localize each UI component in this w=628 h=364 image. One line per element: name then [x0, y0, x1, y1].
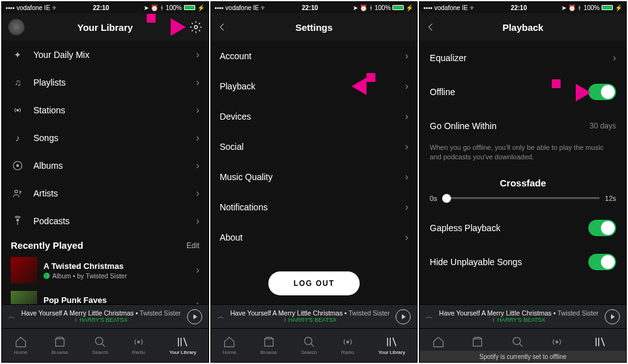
bluetooth-icon: ᚼ: [74, 317, 77, 324]
offline-toggle[interactable]: [588, 84, 616, 100]
np-device: HARRY'S BEATSX: [288, 317, 336, 324]
row-playlists[interactable]: ♫Playlists›: [2, 69, 208, 96]
row-notifications[interactable]: Notifications›: [211, 192, 418, 222]
row-stations[interactable]: Stations›: [2, 96, 208, 124]
annotation-arrow: [576, 84, 591, 101]
play-button[interactable]: [605, 309, 620, 324]
tab-radio[interactable]: Radio: [341, 336, 354, 355]
annotation-arrow: [171, 18, 186, 36]
status-bar: ▪▪▪▪vodafone IEᯤ 22:10 ➤⏰ᚼ100%⚡: [211, 2, 418, 13]
setting-label: Go Online Within: [430, 121, 590, 131]
recent-item[interactable]: A Twisted ChristmasAlbum • by Twisted Si…: [2, 253, 208, 287]
gapless-toggle[interactable]: [588, 220, 616, 236]
chevron-up-icon[interactable]: ︿: [426, 312, 433, 321]
hide-unplayable-toggle[interactable]: [588, 254, 616, 270]
now-playing-bar[interactable]: ︿Have Yourself A Merry Little Christmas …: [2, 304, 208, 328]
bluetooth-icon: ᚼ: [369, 4, 373, 11]
chevron-right-icon: ›: [401, 141, 408, 152]
row-social[interactable]: Social›: [211, 132, 418, 162]
bluetooth-icon: ᚼ: [160, 4, 164, 11]
row-equalizer[interactable]: Equalizer›: [420, 41, 626, 75]
page-title: Settings: [295, 22, 333, 33]
library-content[interactable]: ✦Your Daily Mix› ♫Playlists› Stations› ♪…: [2, 41, 208, 304]
tab-label: Browse: [51, 350, 68, 355]
tab-label: Your Library: [378, 350, 405, 355]
tab-home[interactable]: Home: [14, 336, 27, 355]
tab-browse[interactable]: Browse: [260, 336, 277, 355]
row-account[interactable]: Account›: [211, 41, 418, 71]
signal-icon: ▪▪▪▪: [6, 4, 14, 11]
row-label: Playlists: [33, 77, 192, 88]
playback-content[interactable]: Equalizer› Offline Go Online Within30 da…: [420, 41, 626, 304]
tab-radio[interactable]: Radio: [132, 336, 146, 355]
chevron-up-icon[interactable]: ︿: [8, 312, 15, 321]
row-go-online[interactable]: Go Online Within30 days: [420, 109, 626, 143]
row-podcasts[interactable]: Podcasts›: [2, 207, 208, 235]
row-gapless: Gapless Playback: [420, 211, 626, 245]
radio-icon: [341, 336, 354, 348]
edit-button[interactable]: Edit: [186, 241, 200, 250]
row-daily-mix[interactable]: ✦Your Daily Mix›: [2, 41, 208, 69]
play-button[interactable]: [396, 309, 411, 324]
row-songs[interactable]: ♪Songs›: [2, 124, 208, 152]
row-music-quality[interactable]: Music Quality›: [211, 162, 418, 192]
media-title: A Twisted Christmas: [43, 261, 186, 271]
settings-content[interactable]: Account› Playback› Devices› Social› Musi…: [211, 41, 418, 304]
search-icon: [94, 336, 106, 348]
back-button[interactable]: [217, 22, 227, 32]
chevron-right-icon: ›: [401, 81, 408, 92]
location-icon: ➤: [353, 4, 358, 11]
carrier-label: vodafone IE: [16, 4, 50, 11]
now-playing-bar[interactable]: ︿Have Yourself A Merry Little Christmas …: [420, 304, 626, 328]
row-devices[interactable]: Devices›: [211, 101, 418, 132]
crossfade-slider[interactable]: [442, 197, 600, 199]
tab-label: Radio: [341, 350, 354, 355]
tab-library[interactable]: Your Library: [169, 336, 197, 355]
tab-browse[interactable]: Browse: [51, 336, 68, 355]
row-about[interactable]: About›: [211, 222, 418, 253]
tab-library[interactable]: Your Library: [378, 336, 405, 355]
tab-bar: Home Browse Search Radio Your Library: [211, 328, 418, 362]
chevron-right-icon: ›: [401, 111, 408, 122]
setting-label: Offline: [430, 87, 588, 97]
np-track: Have Yourself A Merry Little Christmas: [230, 309, 343, 317]
battery-icon: [602, 5, 613, 10]
album-art: [11, 291, 37, 304]
row-artists[interactable]: Artists›: [2, 179, 208, 207]
row-hide-unplayable: Hide Unplayable Songs: [420, 245, 626, 279]
home-icon: [223, 336, 236, 348]
status-bar: ▪▪▪▪vodafone IEᯤ 22:10 ➤⏰ᚼ100%⚡: [420, 2, 626, 13]
now-playing-bar[interactable]: ︿Have Yourself A Merry Little Christmas …: [211, 304, 418, 328]
tab-label: Home: [223, 350, 236, 355]
row-label: Social: [220, 142, 401, 152]
screen-library: ▪▪▪▪vodafone IEᯤ 22:10 ➤⏰ᚼ100%⚡ Your Lib…: [1, 1, 209, 363]
chevron-up-icon[interactable]: ︿: [217, 312, 224, 321]
tab-search[interactable]: Search: [92, 336, 108, 355]
back-button[interactable]: [426, 22, 436, 32]
row-label: About: [220, 232, 401, 242]
play-button[interactable]: [187, 309, 202, 324]
search-icon: [303, 336, 316, 348]
offline-banner: Spotify is currently set to offline: [420, 351, 626, 362]
row-offline: Offline: [420, 75, 626, 109]
clock: 22:10: [302, 4, 318, 11]
svg-point-14: [556, 341, 557, 343]
row-albums[interactable]: Albums›: [2, 152, 208, 179]
row-label: Notifications: [220, 202, 401, 212]
gear-icon[interactable]: [190, 21, 202, 33]
recent-item[interactable]: Pop Punk FavesPlaylist›: [2, 287, 208, 304]
browse-icon: [263, 336, 275, 348]
tab-home[interactable]: Home: [223, 336, 236, 355]
logout-button[interactable]: LOG OUT: [268, 271, 360, 295]
tab-search[interactable]: Search: [301, 336, 317, 355]
status-bar: ▪▪▪▪vodafone IEᯤ 22:10 ➤⏰ᚼ100%⚡: [2, 2, 208, 13]
sparkle-icon: ✦: [11, 48, 25, 62]
slider-thumb[interactable]: [442, 194, 451, 203]
tab-label: Browse: [260, 350, 277, 355]
browse-icon: [54, 336, 66, 348]
row-playback[interactable]: Playback›: [211, 71, 418, 101]
avatar[interactable]: [8, 19, 25, 35]
clock: 22:10: [93, 4, 110, 11]
tab-label: Search: [92, 350, 108, 355]
charging-icon: ⚡: [406, 4, 413, 11]
